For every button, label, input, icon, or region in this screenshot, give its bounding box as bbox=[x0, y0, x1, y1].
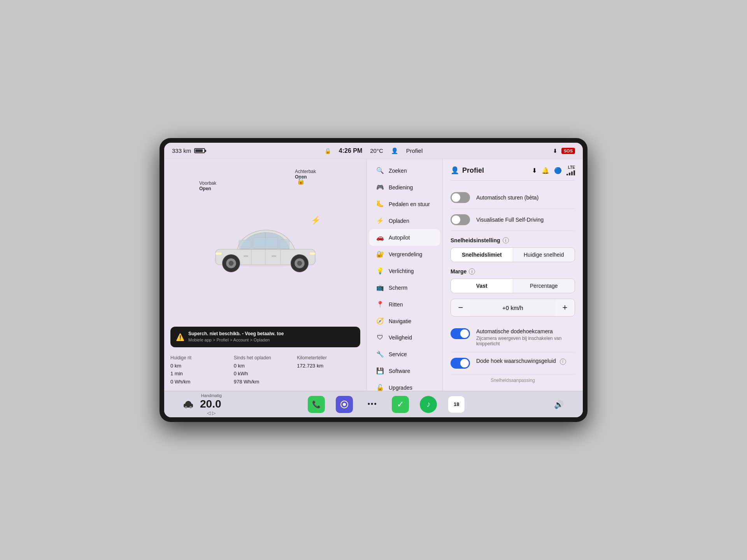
controls-icon: 🎮 bbox=[376, 184, 384, 191]
voorbak-title: Voorbak bbox=[199, 180, 216, 186]
trip-stats: Huidige rit 0 km1 min0 Wh/km Sinds het o… bbox=[164, 352, 366, 391]
menu-item-bediening[interactable]: 🎮 Bediening bbox=[369, 179, 440, 196]
trips-icon: 📍 bbox=[376, 301, 384, 308]
voorbak-status: Open bbox=[199, 186, 216, 191]
download-icon-header: ⬇ bbox=[553, 148, 558, 154]
toggle-fsd[interactable] bbox=[451, 214, 470, 225]
settings-header-icons: ⬇ 🔔 🔵 LTE bbox=[532, 165, 575, 175]
drive-mode-label: Handmatig bbox=[200, 393, 223, 398]
menu-item-scherm[interactable]: 📺 Scherm bbox=[369, 279, 440, 296]
voorbak-label: Voorbak Open bbox=[199, 180, 216, 191]
charge-icon: ⚡ bbox=[376, 217, 384, 224]
feature-sub-blindspot-camera: Zijcamera weergeven bij inschakelen van … bbox=[476, 336, 575, 346]
svg-rect-4 bbox=[280, 239, 289, 248]
trip-stat-since-charge-title: Sinds het opladen bbox=[234, 355, 297, 360]
taskbar-center: 📞 ••• ✓ ♪ 18 bbox=[308, 396, 465, 413]
app-more[interactable]: ••• bbox=[364, 396, 381, 413]
toggle-blindspot-camera[interactable] bbox=[451, 328, 470, 339]
trip-stat-current-values: 0 km1 min0 Wh/km bbox=[170, 362, 234, 386]
settings-title: 👤 Profiel bbox=[451, 166, 484, 175]
achterbak-title: Achterbak bbox=[295, 169, 316, 174]
svg-rect-3 bbox=[253, 237, 278, 248]
speed-minus-button[interactable]: − bbox=[451, 299, 470, 316]
menu-item-pedalen[interactable]: 🦶 Pedalen en stuur bbox=[369, 196, 440, 212]
toggle-blindspot-sound[interactable] bbox=[451, 358, 470, 369]
notif-title: Superch. niet beschikb. - Voeg betaalw. … bbox=[188, 331, 284, 337]
lock-icon: 🔒 bbox=[324, 148, 331, 154]
nav-icon: 🧭 bbox=[376, 317, 384, 325]
profile-icon-settings: 👤 bbox=[451, 166, 459, 175]
vast-button[interactable]: Vast bbox=[451, 279, 513, 293]
settings-header: 👤 Profiel ⬇ 🔔 🔵 LTE bbox=[451, 165, 575, 180]
menu-item-zoeken[interactable]: 🔍 Zoeken bbox=[369, 162, 440, 179]
speed-arrows: ◁ ▷ bbox=[200, 410, 223, 416]
car-home-svg bbox=[182, 398, 195, 411]
lock-menu-icon: 🔐 bbox=[376, 250, 384, 258]
margin-info-icon[interactable]: i bbox=[469, 268, 475, 275]
speed-setting-info-icon[interactable]: i bbox=[503, 237, 509, 243]
menu-label-bediening: Bediening bbox=[389, 184, 413, 191]
menu-label-scherm: Scherm bbox=[389, 285, 407, 291]
blindspot-sound-info-icon[interactable]: i bbox=[560, 359, 566, 365]
menu-label-veiligheid: Veiligheid bbox=[389, 334, 412, 341]
app-spotify[interactable]: ♪ bbox=[420, 396, 437, 413]
menu-item-navigatie[interactable]: 🧭 Navigatie bbox=[369, 313, 440, 329]
toggle-label-fsd: Visualisatie Full Self-Driving bbox=[476, 217, 575, 223]
svg-rect-14 bbox=[216, 252, 222, 255]
volume-button[interactable]: 🔊 bbox=[550, 396, 567, 413]
autopilot-icon: 🚗 bbox=[376, 234, 384, 241]
margin-buttons: Vast Percentage bbox=[451, 278, 575, 293]
trip-stat-odometer-title: Kilometerteller bbox=[297, 355, 360, 360]
taskbar-left: Handmatig 20.0 ◁ ▷ bbox=[180, 393, 223, 416]
svg-point-10 bbox=[229, 261, 234, 266]
speed-plus-button[interactable]: + bbox=[555, 299, 575, 316]
menu-item-verlichting[interactable]: 💡 Verlichting bbox=[369, 262, 440, 279]
arrow-left: ◁ bbox=[207, 410, 210, 416]
sos-button[interactable]: SOS bbox=[561, 148, 575, 154]
menu-item-software[interactable]: 💾 Software bbox=[369, 362, 440, 379]
menu-item-vergrendeling[interactable]: 🔐 Vergrendeling bbox=[369, 246, 440, 262]
menu-label-ritten: Ritten bbox=[389, 301, 403, 308]
speed-limit-button[interactable]: Snelheidslimiet bbox=[451, 248, 513, 262]
app-check[interactable]: ✓ bbox=[392, 396, 409, 413]
status-bar: 333 km 🔒 4:26 PM 20°C 👤 Profiel ⬇ SOS bbox=[164, 143, 583, 159]
feature-row-blindspot-sound: Dode hoek waarschuwingsgeluid i bbox=[451, 352, 575, 374]
signal-bar-1 bbox=[566, 174, 568, 175]
feature-title-blindspot-camera: Automatische dodehoekcamera bbox=[476, 328, 575, 334]
menu-label-zoeken: Zoeken bbox=[389, 168, 407, 174]
margin-label: Marge bbox=[451, 268, 466, 275]
software-icon: 💾 bbox=[376, 367, 384, 374]
range-display: 333 km bbox=[172, 147, 191, 154]
lights-icon: 💡 bbox=[376, 267, 384, 275]
car-home-icon[interactable] bbox=[180, 396, 197, 413]
menu-item-autopilot[interactable]: 🚗 Autopilot bbox=[369, 229, 440, 246]
menu-item-ritten[interactable]: 📍 Ritten bbox=[369, 296, 440, 313]
taskbar-right: 🔊 bbox=[550, 396, 567, 413]
safety-icon: 🛡 bbox=[376, 334, 384, 341]
warning-icon: ⚠️ bbox=[176, 333, 184, 341]
toggle-autopilot[interactable] bbox=[451, 192, 470, 203]
screen-icon: 📺 bbox=[376, 284, 384, 291]
svg-rect-17 bbox=[272, 256, 276, 257]
svg-rect-15 bbox=[310, 252, 315, 255]
notification-bar[interactable]: ⚠️ Superch. niet beschikb. - Voeg betaal… bbox=[170, 327, 360, 347]
screen-container: 333 km 🔒 4:26 PM 20°C 👤 Profiel ⬇ SOS bbox=[160, 138, 587, 422]
percentage-button[interactable]: Percentage bbox=[513, 279, 575, 293]
menu-label-vergrendeling: Vergrendeling bbox=[389, 251, 422, 257]
app-phone[interactable]: 📞 bbox=[308, 396, 325, 413]
menu-item-veiligheid[interactable]: 🛡 Veiligheid bbox=[369, 329, 440, 346]
app-calendar[interactable]: 18 bbox=[448, 396, 465, 413]
speed-value: 20.0 bbox=[200, 399, 221, 410]
feature-text-blindspot-sound: Dode hoek waarschuwingsgeluid i bbox=[476, 358, 575, 366]
profile-label-header[interactable]: Profiel bbox=[406, 147, 423, 154]
app-camera[interactable] bbox=[336, 396, 353, 413]
car-view: Voorbak Open Achterbak Open 🔓 ⚡ bbox=[164, 159, 366, 327]
service-icon: 🔧 bbox=[376, 350, 384, 358]
menu-item-upgrades[interactable]: 🔓 Upgrades bbox=[369, 379, 440, 391]
menu-item-service[interactable]: 🔧 Service bbox=[369, 346, 440, 362]
menu-label-software: Software bbox=[389, 368, 410, 374]
menu-item-opladen[interactable]: ⚡ Opladen bbox=[369, 212, 440, 229]
current-speed-button[interactable]: Huidige snelheid bbox=[513, 248, 575, 262]
speed-setting-buttons: Snelheidslimiet Huidige snelheid bbox=[451, 247, 575, 262]
trip-stat-odometer: Kilometerteller 172.723 km bbox=[297, 355, 360, 386]
